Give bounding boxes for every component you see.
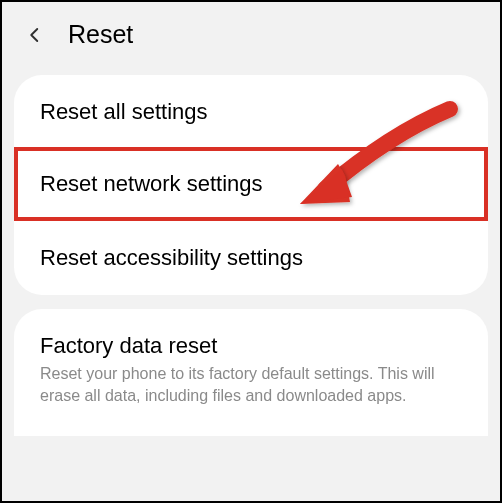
factory-reset-card: Factory data reset Reset your phone to i… (14, 309, 488, 436)
header: Reset (2, 2, 500, 67)
factory-data-reset[interactable]: Factory data reset Reset your phone to i… (14, 309, 488, 436)
settings-card: Reset all settings (14, 75, 488, 147)
reset-accessibility-settings[interactable]: Reset accessibility settings (14, 221, 488, 295)
settings-card-highlighted: Reset network settings (18, 151, 484, 217)
reset-all-settings[interactable]: Reset all settings (14, 75, 488, 147)
highlight-annotation: Reset network settings (14, 147, 488, 221)
back-icon[interactable] (26, 26, 44, 44)
item-label: Reset accessibility settings (40, 245, 462, 271)
reset-network-settings[interactable]: Reset network settings (18, 151, 484, 217)
item-label: Reset all settings (40, 99, 462, 125)
item-description: Reset your phone to its factory default … (40, 363, 462, 408)
item-label: Factory data reset (40, 333, 462, 359)
page-title: Reset (68, 20, 133, 49)
settings-card: Reset accessibility settings (14, 221, 488, 295)
item-label: Reset network settings (40, 171, 462, 197)
